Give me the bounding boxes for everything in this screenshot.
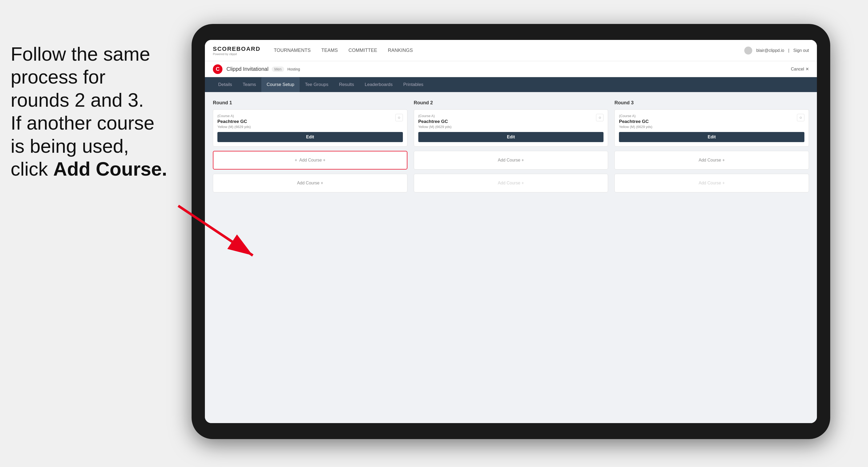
round-1-add-course-2[interactable]: Add Course + [213,174,407,192]
round-3-delete-button[interactable]: ○ [797,114,804,121]
nav-committee[interactable]: COMMITTEE [349,46,377,55]
instruction-text: Follow the same process for rounds 2 and… [0,32,181,191]
nav-links: TOURNAMENTS TEAMS COMMITTEE RANKINGS [274,46,744,55]
tab-details[interactable]: Details [213,77,237,92]
user-area: blair@clippd.io | Sign out [744,46,809,55]
round-1-course-card: (Course A) Peachtree GC Yellow (M) (6629… [213,110,407,147]
rounds-grid: Round 1 (Course A) Peachtree GC Yellow (… [213,100,809,197]
tournament-logo: C [213,64,222,74]
user-email: blair@clippd.io [756,48,784,53]
round-3-course-details: Yellow (M) (6629 yds) [619,125,797,129]
round-2-column: Round 2 (Course A) Peachtree GC Yellow (… [414,100,608,197]
logo-sub: Powered by clippd [213,53,260,56]
tablet-frame: SCOREBOARD Powered by clippd TOURNAMENTS… [192,24,830,439]
tab-printables[interactable]: Printables [398,77,429,92]
tablet-screen: SCOREBOARD Powered by clippd TOURNAMENTS… [205,40,817,423]
round-1-column: Round 1 (Course A) Peachtree GC Yellow (… [213,100,407,197]
tournament-name: Clippd Invitational [226,66,269,72]
round-3-column: Round 3 (Course A) Peachtree GC Yellow (… [614,100,809,197]
separator: | [788,48,789,53]
tab-bar: Details Teams Course Setup Tee Groups Re… [205,77,817,92]
tab-course-setup[interactable]: Course Setup [261,77,300,92]
cancel-button[interactable]: Cancel ✕ [791,66,809,71]
hosting-badge: Hosting [287,67,300,71]
add-icon: + [295,158,297,163]
round-2-label: Round 2 [414,100,608,106]
round-2-delete-button[interactable]: ○ [596,114,603,121]
round-1-label: Round 1 [213,100,407,106]
round-2-course-name: Peachtree GC [418,119,596,124]
tab-results[interactable]: Results [334,77,360,92]
tab-tee-groups[interactable]: Tee Groups [300,77,334,92]
round-3-course-name: Peachtree GC [619,119,797,124]
logo-scoreboard: SCOREBOARD [213,45,260,53]
nav-teams[interactable]: TEAMS [321,46,338,55]
round-1-course-name: Peachtree GC [217,119,395,124]
main-content: Round 1 (Course A) Peachtree GC Yellow (… [205,92,817,423]
tab-leaderboards[interactable]: Leaderboards [360,77,398,92]
logo-area: SCOREBOARD Powered by clippd [213,45,260,56]
round-2-add-course-2[interactable]: Add Course + [414,174,608,192]
round-2-course-tag: (Course A) [418,114,596,118]
tab-teams[interactable]: Teams [237,77,261,92]
top-nav: SCOREBOARD Powered by clippd TOURNAMENTS… [205,40,817,61]
sign-out-link[interactable]: Sign out [793,48,809,53]
round-3-edit-button[interactable]: Edit [619,132,804,142]
round-1-course-tag: (Course A) [217,114,395,118]
round-3-add-course-2[interactable]: Add Course + [614,174,809,192]
round-1-delete-button[interactable]: ○ [395,114,403,121]
round-1-add-course-1[interactable]: + Add Course + [213,151,407,169]
round-1-course-details: Yellow (M) (6629 yds) [217,125,395,129]
round-2-add-course-1[interactable]: Add Course + [414,151,608,169]
round-3-course-card: (Course A) Peachtree GC Yellow (M) (6629… [614,110,809,147]
round-3-add-course-1[interactable]: Add Course + [614,151,809,169]
round-1-edit-button[interactable]: Edit [217,132,403,142]
close-icon: ✕ [805,66,809,71]
round-2-course-card: (Course A) Peachtree GC Yellow (M) (6629… [414,110,608,147]
tournament-bar: C Clippd Invitational Men Hosting Cancel… [205,61,817,77]
nav-tournaments[interactable]: TOURNAMENTS [274,46,311,55]
round-3-label: Round 3 [614,100,809,106]
round-2-edit-button[interactable]: Edit [418,132,604,142]
nav-rankings[interactable]: RANKINGS [388,46,413,55]
round-3-course-tag: (Course A) [619,114,797,118]
user-avatar [744,46,752,55]
men-badge: Men [272,66,284,72]
round-2-course-details: Yellow (M) (6629 yds) [418,125,596,129]
